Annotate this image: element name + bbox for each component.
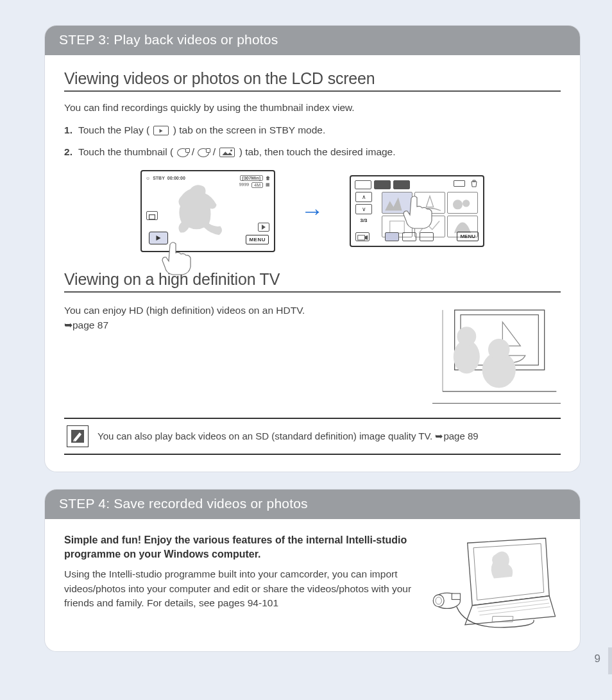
tab-2-icon	[374, 180, 391, 189]
skater-silhouette	[177, 183, 235, 239]
battery-icon	[454, 180, 465, 187]
step3-body: Viewing videos or photos on the LCD scre…	[45, 55, 580, 472]
svg-point-8	[457, 327, 476, 346]
camcorder-mode-icon	[355, 232, 370, 241]
svg-point-2	[463, 200, 470, 207]
note-text: You can also play back videos on an SD (…	[98, 431, 479, 442]
lcd-stby-figure: ☺ STBY 00:00:00 [307Min] 🗑 9999 4M ▦	[140, 170, 275, 252]
elapsed-time: 00:00:00	[167, 176, 185, 180]
rec-button-icon	[258, 223, 269, 232]
scroll-up-icon: ∧	[355, 192, 372, 202]
instruction-1: Touch the Play ( ) tab on the screen in …	[64, 123, 561, 138]
video-sd-thumb-icon	[198, 148, 209, 157]
scroll-down-icon: ∨	[355, 204, 372, 214]
step4-body: Simple and fun! Enjoy the various featur…	[45, 519, 580, 651]
play-tab-icon	[153, 126, 169, 135]
svg-rect-21	[452, 593, 460, 599]
trash-icon	[470, 180, 478, 187]
pointing-hand-icon	[160, 241, 198, 279]
tab-1-icon	[355, 180, 371, 189]
step3-card: STEP 3: Play back videos or photos Viewi…	[45, 26, 580, 472]
menu-button: MENU	[246, 235, 269, 244]
stby-label: STBY	[153, 176, 165, 180]
svg-point-19	[433, 595, 444, 607]
pager-label: 3/3	[355, 218, 372, 223]
thumbnail	[447, 192, 478, 214]
hdtv-illustration	[432, 303, 561, 404]
view-3x3-icon	[385, 232, 399, 241]
view-date-icon	[420, 232, 434, 241]
hdtv-page-ref: ➥page 87	[64, 318, 413, 332]
photo-thumb-icon	[219, 148, 235, 157]
resolution-badge: 4M	[251, 182, 263, 188]
section-hdtv-title: Viewing on a high definition TV	[64, 270, 561, 293]
step4-header: STEP 4: Save recorded videos or photos	[45, 490, 580, 519]
arrow-right-icon: →	[301, 198, 324, 225]
svg-point-1	[453, 200, 463, 209]
instruction-list: Touch the Play ( ) tab on the screen in …	[64, 123, 561, 160]
step4-description: Using the Intelli-studio programme built…	[64, 567, 413, 610]
laptop-camcorder-illustration	[426, 536, 561, 635]
pointing-hand-icon	[401, 194, 439, 233]
svg-rect-0	[149, 214, 155, 219]
section-lcd-intro: You can find recordings quickly by using…	[64, 102, 561, 114]
tab-3-icon	[393, 180, 410, 189]
section-lcd-title: Viewing videos or photos on the LCD scre…	[64, 69, 561, 92]
hdtv-text: You can enjoy HD (high definition) video…	[64, 303, 413, 318]
note-block: You can also play back videos on an SD (…	[64, 418, 561, 455]
instruction-2: Touch the thumbnail ( / / ) tab, then to…	[64, 144, 561, 160]
lcd-figures-row: ☺ STBY 00:00:00 [307Min] 🗑 9999 4M ▦	[64, 170, 561, 252]
video-hd-thumb-icon	[177, 148, 189, 157]
step3-header: STEP 3: Play back videos or photos	[45, 26, 580, 55]
page-number: 9	[595, 653, 600, 665]
photo-count: 9999	[239, 182, 250, 188]
svg-point-10	[488, 339, 510, 361]
step4-headline: Simple and fun! Enjoy the various featur…	[64, 533, 413, 561]
remaining-time: [307Min]	[240, 175, 263, 181]
page-edge-tab	[608, 647, 612, 674]
svg-rect-4	[358, 235, 365, 240]
mode-button-icon	[146, 211, 158, 220]
note-icon	[67, 425, 89, 447]
menu-button: MENU	[457, 232, 479, 241]
step4-card: STEP 4: Save recorded videos or photos S…	[45, 490, 580, 651]
view-4x4-icon	[402, 232, 416, 241]
